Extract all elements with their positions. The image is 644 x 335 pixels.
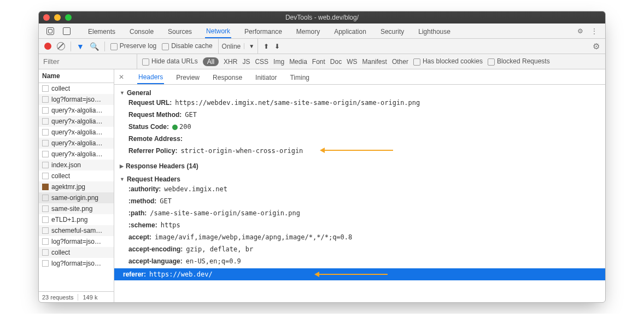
request-row[interactable]: index.json: [39, 160, 114, 171]
accept-language-label: accept-language:: [128, 257, 183, 265]
authority-value: webdev.imgix.net: [164, 185, 227, 193]
network-toolbar: ▼ 🔍 Preserve log Disable cache Online ▼ …: [39, 39, 605, 54]
tab-lighthouse[interactable]: Lighthouse: [417, 25, 452, 38]
details-panel: ✕ Headers Preview Response Initiator Tim…: [114, 69, 605, 302]
tab-timing[interactable]: Timing: [289, 70, 311, 84]
section-request-headers[interactable]: Request Headers: [120, 175, 600, 183]
scheme-label: :scheme:: [128, 221, 157, 229]
preserve-log-checkbox[interactable]: Preserve log: [110, 42, 156, 50]
tab-preview[interactable]: Preview: [175, 70, 201, 84]
file-icon: [42, 184, 49, 190]
minimize-window-button[interactable]: [54, 14, 61, 21]
zoom-window-button[interactable]: [65, 14, 72, 21]
request-row[interactable]: same-origin.png: [39, 192, 114, 203]
file-icon: [42, 162, 49, 168]
search-icon[interactable]: 🔍: [90, 42, 99, 51]
filter-manifest[interactable]: Manifest: [362, 58, 387, 66]
disable-cache-checkbox[interactable]: Disable cache: [162, 42, 212, 50]
accept-value: image/avif,image/webp,image/apng,image/*…: [155, 233, 352, 241]
filter-all[interactable]: All: [203, 57, 219, 66]
request-url-label: Request URL:: [128, 99, 172, 107]
referrer-policy-value: strict-origin-when-cross-origin: [180, 147, 303, 155]
file-icon: [42, 140, 49, 146]
request-row[interactable]: query?x-algolia…: [39, 116, 114, 127]
file-icon: [42, 85, 49, 92]
authority-label: :authority:: [128, 185, 161, 193]
request-name: collect: [51, 85, 70, 92]
devtools-window: DevTools - web.dev/blog/ Elements Consol…: [38, 11, 606, 303]
request-row[interactable]: log?format=jso…: [39, 94, 114, 105]
settings-icon[interactable]: ⚙: [577, 27, 583, 35]
tab-application[interactable]: Application: [333, 25, 367, 38]
filter-row: Hide data URLs All XHR JS CSS Img Media …: [39, 54, 605, 69]
device-toolbar-icon[interactable]: [63, 27, 71, 35]
tab-sources[interactable]: Sources: [167, 25, 193, 38]
request-name: same-site.png: [51, 205, 92, 213]
request-row[interactable]: log?format=jso…: [39, 258, 114, 269]
sidebar-header[interactable]: Name: [39, 69, 114, 83]
hide-data-urls-checkbox[interactable]: Hide data URLs: [142, 57, 198, 65]
tab-performance[interactable]: Performance: [243, 25, 283, 38]
tab-headers[interactable]: Headers: [137, 70, 164, 84]
inspect-element-icon[interactable]: [46, 27, 54, 35]
file-icon: [42, 173, 49, 179]
request-row[interactable]: collect: [39, 247, 114, 258]
tab-elements[interactable]: Elements: [87, 25, 116, 38]
filter-other[interactable]: Other: [392, 58, 408, 66]
request-row[interactable]: eTLD+1.png: [39, 214, 114, 225]
network-settings-icon[interactable]: ⚙: [593, 42, 600, 51]
request-row[interactable]: query?x-algolia…: [39, 149, 114, 160]
tab-console[interactable]: Console: [128, 25, 155, 38]
window-title: DevTools - web.dev/blog/: [39, 14, 605, 21]
record-button[interactable]: [44, 43, 51, 50]
file-icon: [42, 195, 49, 201]
request-row[interactable]: collect: [39, 83, 114, 94]
request-row[interactable]: query?x-algolia…: [39, 138, 114, 149]
referrer-policy-label: Referrer Policy:: [128, 147, 177, 155]
tab-initiator[interactable]: Initiator: [254, 70, 278, 84]
tab-response[interactable]: Response: [212, 70, 243, 84]
request-row[interactable]: same-site.png: [39, 203, 114, 214]
tab-network[interactable]: Network: [205, 24, 231, 38]
request-name: schemeful-sam…: [51, 227, 102, 234]
request-method-value: GET: [185, 111, 197, 119]
pseudo-method-value: GET: [160, 197, 172, 205]
request-row[interactable]: agektmr.jpg: [39, 181, 114, 192]
request-name: eTLD+1.png: [51, 216, 87, 224]
filter-input[interactable]: [39, 54, 137, 69]
filter-media[interactable]: Media: [289, 58, 307, 66]
accept-label: accept:: [128, 233, 151, 241]
request-method-label: Request Method:: [128, 111, 182, 119]
close-details-icon[interactable]: ✕: [119, 73, 126, 81]
filter-ws[interactable]: WS: [347, 58, 357, 66]
filter-doc[interactable]: Doc: [330, 58, 342, 66]
blocked-cookies-checkbox[interactable]: Has blocked cookies: [413, 57, 483, 65]
annotation-arrow-icon: [322, 150, 393, 151]
filter-font[interactable]: Font: [312, 58, 325, 66]
request-row[interactable]: collect: [39, 171, 114, 181]
request-row[interactable]: query?x-algolia…: [39, 105, 114, 116]
section-response-headers[interactable]: Response Headers (14): [120, 162, 600, 170]
request-name: query?x-algolia…: [51, 150, 102, 158]
tab-memory[interactable]: Memory: [295, 25, 321, 38]
scheme-value: https: [161, 221, 180, 229]
section-general[interactable]: General: [120, 89, 600, 97]
clear-button[interactable]: [57, 42, 65, 50]
file-icon: [42, 205, 49, 212]
close-window-button[interactable]: [43, 14, 50, 21]
upload-har-icon[interactable]: ⬆: [264, 43, 269, 50]
download-har-icon[interactable]: ⬇: [274, 43, 280, 50]
filter-img[interactable]: Img: [273, 58, 284, 66]
request-name: index.json: [51, 161, 81, 169]
blocked-requests-checkbox[interactable]: Blocked Requests: [488, 57, 550, 65]
request-row[interactable]: query?x-algolia…: [39, 127, 114, 138]
filter-js[interactable]: JS: [242, 58, 250, 66]
request-row[interactable]: log?format=jso…: [39, 236, 114, 247]
filter-xhr[interactable]: XHR: [224, 58, 237, 66]
request-row[interactable]: schemeful-sam…: [39, 225, 114, 236]
filter-css[interactable]: CSS: [255, 58, 268, 66]
filter-icon[interactable]: ▼: [77, 43, 84, 50]
tab-security[interactable]: Security: [379, 25, 405, 38]
more-icon[interactable]: ⋮: [591, 27, 598, 35]
throttling-select[interactable]: Online ▼: [218, 39, 259, 54]
